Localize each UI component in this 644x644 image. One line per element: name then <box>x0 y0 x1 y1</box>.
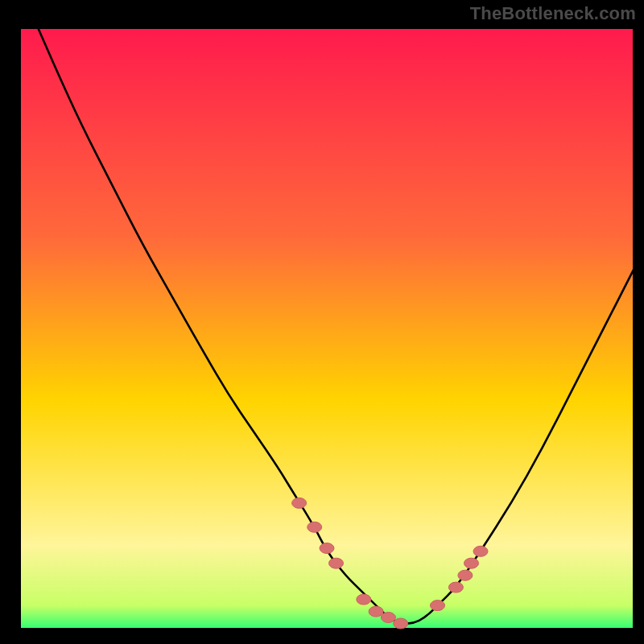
highlight-dot <box>464 558 479 568</box>
highlight-dot <box>292 497 307 508</box>
highlight-dot <box>458 570 473 580</box>
highlight-dot <box>308 522 322 532</box>
watermark-text: TheBottleneck.com <box>470 3 636 24</box>
highlight-dot <box>329 558 344 568</box>
highlight-dot <box>394 618 408 629</box>
highlight-dot <box>320 543 334 554</box>
highlight-dot <box>448 582 463 592</box>
chart-frame: TheBottleneck.com <box>0 0 644 644</box>
highlight-dot <box>431 601 445 611</box>
highlight-dot <box>357 594 371 605</box>
highlight-dot <box>369 606 383 617</box>
plot-background <box>19 27 634 630</box>
highlight-dot <box>381 613 395 623</box>
highlight-dot <box>473 546 488 556</box>
bottleneck-chart <box>0 0 644 644</box>
